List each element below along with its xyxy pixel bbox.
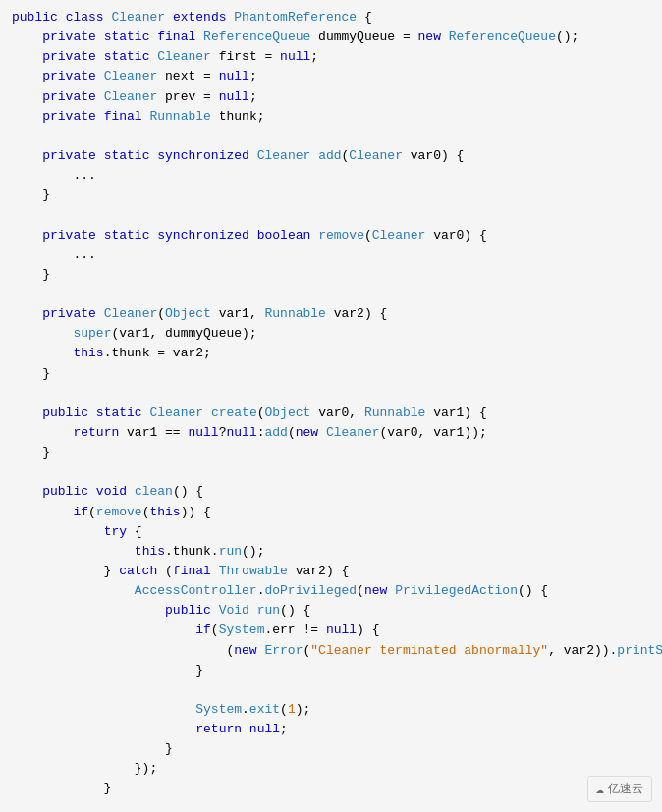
code-line-38: }	[12, 739, 650, 759]
code-line-blank6	[12, 680, 650, 700]
code-line-23: }	[12, 443, 650, 462]
code-line-17: super(var1, dummyQueue);	[12, 324, 650, 344]
code-line-26: if(remove(this)) {	[12, 503, 650, 522]
code-line-25: public void clean() {	[12, 482, 650, 502]
code-line-32: if(System.err != null) {	[12, 621, 650, 640]
code-line-16: private Cleaner(Object var1, Runnable va…	[12, 304, 650, 324]
code-line-31: public Void run() {	[12, 601, 650, 621]
code-line-blank7	[12, 799, 650, 812]
code-line-5: private Cleaner prev = null;	[12, 87, 650, 107]
code-line-4: private Cleaner next = null;	[12, 67, 650, 86]
code-line-29: } catch (final Throwable var2) {	[12, 562, 650, 581]
code-line-2: private static final ReferenceQueue dumm…	[12, 27, 650, 47]
code-line-22: return var1 == null?null:add(new Cleaner…	[12, 423, 650, 443]
code-line-blank2	[12, 205, 650, 225]
code-line-30: AccessController.doPrivileged(new Privil…	[12, 581, 650, 601]
code-line-14: }	[12, 265, 650, 285]
code-line-34: }	[12, 661, 650, 680]
code-line-6: private final Runnable thunk;	[12, 107, 650, 127]
code-line-39: });	[12, 759, 650, 779]
code-line-13: ...	[12, 245, 650, 265]
code-line-19: }	[12, 364, 650, 384]
watermark-badge: ☁ 亿速云	[587, 776, 652, 802]
code-line-3: private static Cleaner first = null;	[12, 47, 650, 67]
code-line-28: this.thunk.run();	[12, 542, 650, 562]
code-line-36: System.exit(1);	[12, 700, 650, 720]
code-viewer: public class Cleaner extends PhantomRefe…	[0, 0, 662, 812]
code-line-1: public class Cleaner extends PhantomRefe…	[12, 8, 650, 27]
code-line-18: this.thunk = var2;	[12, 344, 650, 363]
code-line-9: ...	[12, 166, 650, 186]
code-line-blank4	[12, 384, 650, 404]
watermark-icon: ☁	[596, 781, 604, 797]
code-line-blank3	[12, 285, 650, 304]
code-line-33: (new Error("Cleaner terminated abnormall…	[12, 641, 650, 661]
code-line-37: return null;	[12, 720, 650, 739]
code-line-10: }	[12, 186, 650, 205]
code-line-27: try {	[12, 522, 650, 542]
code-line-blank5	[12, 462, 650, 482]
code-line-blank1	[12, 127, 650, 146]
watermark-text: 亿速云	[608, 781, 643, 797]
code-line-40: }	[12, 779, 650, 798]
code-line-12: private static synchronized boolean remo…	[12, 226, 650, 245]
code-line-21: public static Cleaner create(Object var0…	[12, 404, 650, 423]
code-line-8: private static synchronized Cleaner add(…	[12, 146, 650, 166]
